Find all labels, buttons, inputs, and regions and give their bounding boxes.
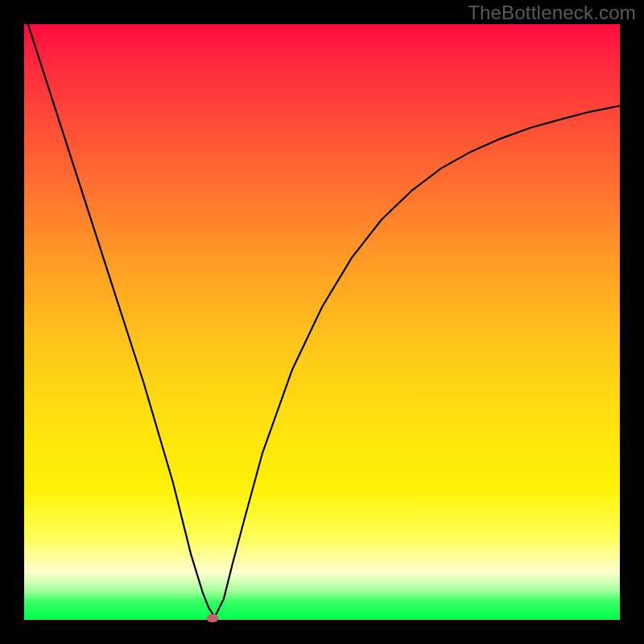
curve-svg bbox=[24, 24, 620, 620]
plot-area bbox=[24, 24, 620, 620]
chart-frame: TheBottleneck.com bbox=[0, 0, 644, 644]
bottleneck-curve bbox=[24, 12, 620, 617]
watermark-text: TheBottleneck.com bbox=[468, 2, 636, 24]
optimum-marker bbox=[207, 614, 218, 622]
